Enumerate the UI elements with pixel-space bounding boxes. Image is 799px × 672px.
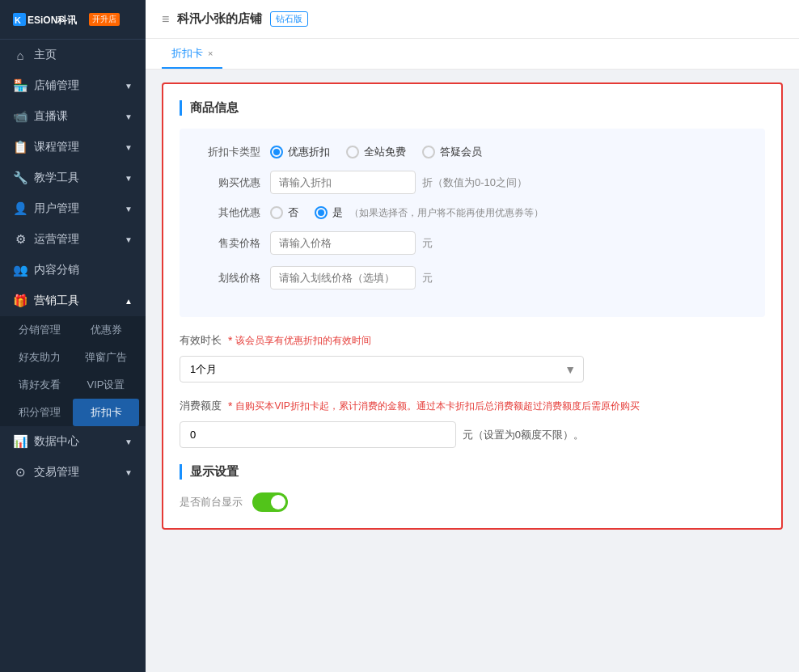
sidebar-item-home[interactable]: ⌂ 主页 <box>0 40 146 70</box>
consumption-label: 消费额度 <box>180 399 222 413</box>
top-bar: ≡ 科汛小张的店铺 钻石版 <box>146 0 799 39</box>
sub-nav-row-2: 好友助力 弹窗广告 <box>0 344 146 371</box>
tools-icon: 🔧 <box>13 171 27 185</box>
course-icon: 📋 <box>13 140 27 154</box>
subnav-yhq[interactable]: 优惠券 <box>73 316 139 344</box>
subnav-qhyk[interactable]: 请好友看 <box>6 371 73 399</box>
topbar-badge: 钻石版 <box>270 11 308 27</box>
discount-type-row: 折扣卡类型 优惠折扣 全站免费 答疑会员 <box>196 145 749 159</box>
other-discount-radio-group: 否 是 <box>270 205 343 220</box>
trade-arrow-icon: ▼ <box>125 468 133 477</box>
sale-price-input[interactable] <box>270 231 416 255</box>
sidebar-item-content[interactable]: 👥 内容分销 <box>0 255 146 285</box>
radio-daying-circle <box>422 146 435 158</box>
logo-badge: 开升店 <box>89 13 120 26</box>
consumption-input-row: 元（设置为0额度不限）。 <box>180 421 584 448</box>
subnav-fxgl[interactable]: 分销管理 <box>6 316 73 344</box>
home-icon: ⌂ <box>13 49 27 62</box>
sidebar-nav: ⌂ 主页 🏪 店铺管理 ▼ 📹 直播课 ▼ 📋 课程管理 ▼ 🔧 教学工具 ▼ … <box>0 40 146 672</box>
sidebar-item-shop-label: 店铺管理 <box>34 78 79 93</box>
strikethrough-price-row: 划线价格 元 <box>196 266 749 290</box>
sidebar-logo: K ESiON科讯 开升店 <box>0 0 146 40</box>
svg-text:K: K <box>15 15 21 25</box>
marketing-arrow-icon: ▲ <box>125 297 133 306</box>
main-area: ≡ 科汛小张的店铺 钻石版 折扣卡 × 商品信息 折扣卡类型 优惠折扣 <box>146 0 799 672</box>
subnav-zdk[interactable]: 折扣卡 <box>73 399 139 426</box>
consumption-suffix: 元（设置为0额度不限）。 <box>463 428 584 442</box>
sidebar-item-live[interactable]: 📹 直播课 ▼ <box>0 101 146 132</box>
sidebar-item-marketing-label: 营销工具 <box>34 294 79 308</box>
subnav-hyzl[interactable]: 好友助力 <box>6 344 73 371</box>
radio-yes-circle <box>315 206 328 219</box>
validity-select[interactable]: 1个月 3个月 6个月 1年 永久 <box>180 356 584 382</box>
live-arrow-icon: ▼ <box>125 112 133 121</box>
validity-required-star: * <box>228 334 232 347</box>
topbar-menu-icon: ≡ <box>162 12 169 27</box>
subnav-vip[interactable]: VIP设置 <box>73 371 139 399</box>
sale-price-row: 售卖价格 元 <box>196 231 749 255</box>
sidebar-item-users[interactable]: 👤 用户管理 ▼ <box>0 193 146 224</box>
radio-no[interactable]: 否 <box>270 205 298 220</box>
sidebar-item-ops[interactable]: ⚙ 运营管理 ▼ <box>0 224 146 255</box>
other-discount-row: 其他优惠 否 是 （如果选择否，用户将不能再使用优惠券等） <box>196 205 749 220</box>
purchase-discount-suffix: 折（数值为0-10之间） <box>422 175 527 190</box>
radio-yes-label: 是 <box>332 205 343 220</box>
sidebar-item-data[interactable]: 📊 数据中心 ▼ <box>0 426 146 457</box>
topbar-title: 科汛小张的店铺 <box>177 11 262 27</box>
form-card: 商品信息 折扣卡类型 优惠折扣 全站免费 <box>162 82 783 530</box>
tab-close-icon[interactable]: × <box>208 49 213 58</box>
subnav-tcgg[interactable]: 弹窗广告 <box>73 344 139 371</box>
frontend-display-toggle[interactable] <box>252 492 288 512</box>
radio-quanzhan-circle <box>346 146 359 158</box>
sidebar-item-course[interactable]: 📋 课程管理 ▼ <box>0 132 146 163</box>
tools-arrow-icon: ▼ <box>125 174 133 183</box>
data-icon: 📊 <box>13 434 27 449</box>
discount-type-radio-group: 优惠折扣 全站免费 答疑会员 <box>270 145 482 159</box>
tab-discount-card[interactable]: 折扣卡 × <box>162 40 222 69</box>
sidebar-item-ops-label: 运营管理 <box>34 232 79 247</box>
radio-no-label: 否 <box>288 205 298 220</box>
sale-price-label: 售卖价格 <box>196 236 260 251</box>
strikethrough-price-label: 划线价格 <box>196 271 260 285</box>
purchase-discount-row: 购买优惠 折（数值为0-10之间） <box>196 171 749 194</box>
tabs-bar: 折扣卡 × <box>146 39 799 70</box>
content-icon: 👥 <box>13 263 27 277</box>
sidebar-item-data-label: 数据中心 <box>34 434 79 449</box>
sidebar-item-home-label: 主页 <box>34 48 57 62</box>
radio-quanzhan[interactable]: 全站免费 <box>346 145 406 159</box>
sidebar-item-users-label: 用户管理 <box>34 201 79 216</box>
ops-icon: ⚙ <box>13 232 27 247</box>
validity-hint: 该会员享有优惠折扣的有效时间 <box>235 334 371 348</box>
sidebar-item-tools-label: 教学工具 <box>34 171 79 185</box>
radio-youhui-label: 优惠折扣 <box>288 145 330 159</box>
strikethrough-price-input[interactable] <box>270 266 416 290</box>
purchase-discount-input[interactable] <box>270 171 416 194</box>
consumption-required-star: * <box>228 399 232 412</box>
ops-arrow-icon: ▼ <box>125 235 133 244</box>
product-info-box: 折扣卡类型 优惠折扣 全站免费 答疑会员 <box>180 129 765 317</box>
svg-text:ESiON科讯: ESiON科讯 <box>27 15 78 26</box>
radio-daying[interactable]: 答疑会员 <box>422 145 482 159</box>
validity-select-wrapper: 1个月 3个月 6个月 1年 永久 ▼ <box>180 356 584 382</box>
content-area: 商品信息 折扣卡类型 优惠折扣 全站免费 <box>146 70 799 672</box>
discount-type-label: 折扣卡类型 <box>196 145 260 159</box>
consumption-input[interactable] <box>180 421 456 448</box>
marketing-icon: 🎁 <box>13 294 27 308</box>
subnav-jfgl[interactable]: 积分管理 <box>6 399 73 426</box>
display-section-title: 显示设置 <box>180 464 765 480</box>
radio-yes[interactable]: 是 <box>315 205 343 220</box>
other-discount-hint: （如果选择否，用户将不能再使用优惠券等） <box>349 206 543 220</box>
shop-icon: 🏪 <box>13 78 27 93</box>
radio-youhui[interactable]: 优惠折扣 <box>270 145 330 159</box>
sidebar-item-tools[interactable]: 🔧 教学工具 ▼ <box>0 163 146 193</box>
product-section-title: 商品信息 <box>180 100 765 116</box>
sidebar-item-marketing[interactable]: 🎁 营销工具 ▲ <box>0 285 146 316</box>
sale-price-suffix: 元 <box>422 236 433 251</box>
sidebar-item-trade[interactable]: ⊙ 交易管理 ▼ <box>0 457 146 488</box>
sidebar-item-shop[interactable]: 🏪 店铺管理 ▼ <box>0 70 146 101</box>
course-arrow-icon: ▼ <box>125 143 133 152</box>
radio-no-circle <box>270 206 283 219</box>
consumption-hint: 自购买本VIP折扣卡起，累计消费的金额。通过本卡折扣后总消费额超过消费额度后需原… <box>235 399 639 413</box>
validity-label-row: 有效时长 * 该会员享有优惠折扣的有效时间 <box>180 333 765 348</box>
sub-nav-row-1: 分销管理 优惠券 <box>0 316 146 344</box>
